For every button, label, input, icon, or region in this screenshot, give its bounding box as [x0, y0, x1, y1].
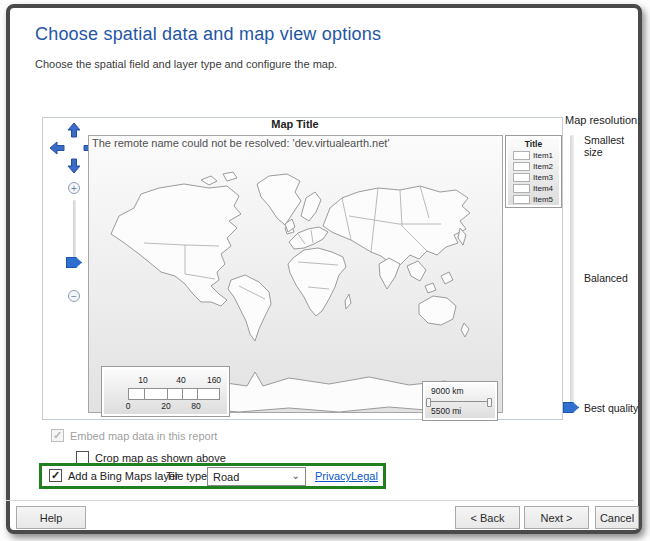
legend-item: Item2	[513, 162, 553, 171]
legend-item: Item1	[513, 151, 553, 160]
map-error-message: The remote name could not be resolved: '…	[92, 137, 390, 149]
color-scale-legend: 10 40 160 0 20 80	[101, 366, 230, 417]
scale-tick-label: 0	[126, 401, 131, 411]
distance-km: 9000 km	[431, 386, 464, 396]
embed-map-data-label: Embed map data in this report	[70, 430, 217, 442]
zoom-in-icon[interactable]: +	[68, 182, 80, 194]
distance-scale-line	[427, 401, 491, 402]
legend-title: Title	[506, 139, 561, 149]
resolution-option-balanced: Balanced	[584, 272, 628, 284]
legend-item: Item3	[513, 173, 553, 182]
footer-divider	[6, 500, 634, 501]
cancel-button[interactable]: Cancel	[595, 506, 639, 529]
legal-link[interactable]: Legal	[351, 470, 378, 482]
add-bing-maps-label: Add a Bing Maps layer	[68, 470, 179, 482]
pan-left-icon[interactable]	[49, 140, 65, 156]
legend-swatch	[513, 162, 530, 171]
legend-item: Item5	[513, 195, 553, 204]
pan-up-icon[interactable]	[66, 122, 82, 138]
embed-map-data-checkbox: ✓	[51, 429, 64, 442]
scale-tick-label: 80	[191, 401, 200, 411]
distance-scale: 9000 km 5500 mi	[422, 381, 498, 421]
chevron-down-icon: ⌄	[292, 470, 300, 481]
zoom-out-icon[interactable]: −	[68, 290, 80, 302]
next-button[interactable]: Next >	[524, 506, 589, 529]
legend-item: Item4	[513, 184, 553, 193]
page-title: Choose spatial data and map view options	[35, 24, 381, 45]
resolution-option-smallest: Smallest size	[584, 134, 636, 158]
scale-tick-label: 20	[161, 401, 170, 411]
back-button[interactable]: < Back	[455, 506, 520, 529]
legend-swatch	[513, 173, 530, 182]
distance-mi: 5500 mi	[431, 406, 461, 416]
pan-down-icon[interactable]	[66, 158, 82, 174]
color-scale-bar	[128, 388, 220, 400]
map-resolution-label: Map resolution:	[565, 114, 640, 126]
resolution-slider-track[interactable]	[570, 135, 574, 412]
privacy-link[interactable]: Privacy	[315, 470, 351, 482]
add-bing-maps-checkbox[interactable]: ✓	[49, 469, 62, 482]
scale-tick-label: 10	[138, 375, 147, 385]
map-title: Map Title	[88, 118, 502, 130]
resolution-option-best: Best quality	[584, 402, 638, 414]
map-legend: Title Item1 Item2 Item3 Item4 Item5	[505, 135, 562, 208]
tile-type-value: Road	[213, 471, 239, 483]
scale-tick-label: 160	[207, 375, 221, 385]
legend-swatch	[513, 151, 530, 160]
page-subtitle: Choose the spatial field and layer type …	[35, 58, 337, 70]
help-button[interactable]: Help	[16, 506, 86, 529]
tile-type-label: Tile type:	[166, 470, 210, 482]
resolution-slider-thumb[interactable]	[563, 402, 579, 413]
tile-type-select[interactable]: Road ⌄	[207, 467, 306, 486]
legend-swatch	[513, 184, 530, 193]
scale-tick-label: 40	[176, 375, 185, 385]
legend-swatch	[513, 195, 530, 204]
